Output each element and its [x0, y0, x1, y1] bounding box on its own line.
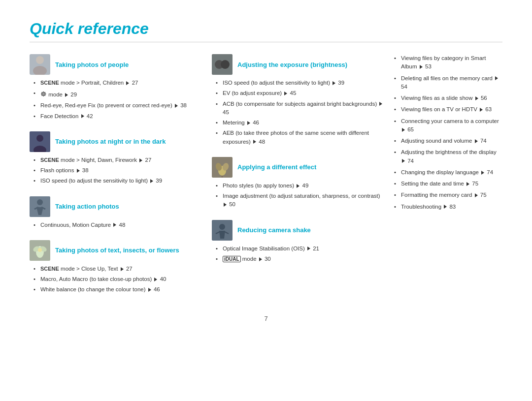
bullet-exposure-3: ACB (to compensate for subjects against …	[216, 100, 384, 117]
bullet-people-1: SCENE mode > Portrait, Children 27	[33, 79, 202, 87]
bullet-text-2: Macro, Auto Macro (to take close-up phot…	[33, 275, 202, 283]
bullets-shake: Optical Image Stabilisation (OIS) 21 iDU…	[212, 245, 384, 264]
section-title-shake: Reducing camera shake	[237, 226, 311, 234]
column-2: Adjusting the exposure (brightness) ISO …	[212, 54, 384, 305]
page-title: Quick reference	[30, 20, 502, 38]
page: Quick reference Taking photos of people …	[0, 0, 532, 337]
bullets-effect: Photo styles (to apply tones) 49 Image a…	[212, 182, 384, 209]
section-header-exposure: Adjusting the exposure (brightness)	[212, 54, 384, 75]
bullet-exposure-1: ISO speed (to adjust the sensitivity to …	[216, 79, 384, 87]
section-reducing-shake: Reducing camera shake Optical Image Stab…	[212, 220, 384, 264]
title-divider	[30, 42, 502, 42]
bullet-night-1: SCENE mode > Night, Dawn, Firework 27	[33, 156, 202, 164]
bullet-effect-1: Photo styles (to apply tones) 49	[216, 182, 384, 190]
thumb-effect	[212, 157, 233, 178]
bullet-exposure-2: EV (to adjust exposure) 45	[216, 89, 384, 97]
right-bullet-7: Adjusting the brightness of the display …	[394, 148, 502, 165]
bullet-people-2: ☸ mode 29	[33, 89, 202, 99]
thumb-action	[30, 196, 50, 217]
svg-point-0	[36, 56, 44, 64]
section-taking-photos-people: Taking photos of people SCENE mode > Por…	[30, 54, 202, 121]
bullets-text: SCENE mode > Close Up, Text 27 Macro, Au…	[30, 265, 202, 294]
section-title-action: Taking action photos	[55, 203, 119, 210]
section-applying-effect: Applying a different effect Photo styles…	[212, 157, 384, 209]
right-col-bullets: Viewing files by category in Smart Album…	[394, 54, 502, 211]
section-taking-photos-night: Taking photos at night or in the dark SC…	[30, 131, 202, 185]
section-title-effect: Applying a different effect	[237, 163, 316, 171]
thumb-flowers	[30, 240, 50, 261]
bullet-exposure-5: AEB (to take three photos of the same sc…	[216, 129, 384, 146]
thumb-shake	[212, 220, 233, 241]
right-bullet-1: Viewing files by category in Smart Album…	[394, 54, 502, 71]
bullet-night-3: ISO speed (to adjust the sensitivity to …	[33, 177, 202, 185]
svg-point-24	[219, 224, 225, 230]
thumb-night	[30, 131, 50, 152]
content-columns: Taking photos of people SCENE mode > Por…	[30, 54, 502, 305]
section-header-people: Taking photos of people	[30, 54, 202, 75]
section-header-action: Taking action photos	[30, 196, 202, 217]
bullet-exposure-4: Metering 46	[216, 119, 384, 127]
section-adjusting-exposure: Adjusting the exposure (brightness) ISO …	[212, 54, 384, 146]
bullets-exposure: ISO speed (to adjust the sensitivity to …	[212, 79, 384, 146]
svg-point-6	[37, 199, 43, 205]
section-header-night: Taking photos at night or in the dark	[30, 131, 202, 152]
svg-point-14	[38, 248, 42, 252]
right-bullet-2: Deleting all files on the memory card 54	[394, 74, 502, 92]
bullet-people-3: Red-eye, Red-eye Fix (to prevent or corr…	[33, 101, 202, 110]
column-1: Taking photos of people SCENE mode > Por…	[30, 54, 202, 305]
section-title-people: Taking photos of people	[55, 61, 129, 68]
bullet-night-2: Flash options 38	[33, 166, 202, 175]
section-taking-photos-text: Taking photos of text, insects, or flowe…	[30, 240, 202, 294]
thumb-people	[30, 54, 50, 75]
right-bullet-10: Formatting the memory card 75	[394, 191, 502, 199]
bullets-night: SCENE mode > Night, Dawn, Firework 27 Fl…	[30, 156, 202, 185]
right-bullet-9: Setting the date and time 75	[394, 180, 502, 188]
right-bullet-8: Changing the display language 74	[394, 168, 502, 177]
section-header-shake: Reducing camera shake	[212, 220, 384, 241]
section-title-exposure: Adjusting the exposure (brightness)	[237, 61, 347, 68]
bullet-shake-2: iDUAL mode 30	[216, 255, 384, 263]
bullet-text-3: White balance (to change the colour tone…	[33, 285, 202, 294]
svg-marker-25	[219, 231, 225, 239]
bullet-text-1: SCENE mode > Close Up, Text 27	[33, 265, 202, 273]
section-title-text: Taking photos of text, insects, or flowe…	[55, 247, 179, 254]
bullet-shake-1: Optical Image Stabilisation (OIS) 21	[216, 245, 384, 253]
bullet-people-4: Face Detection 42	[33, 112, 202, 121]
svg-point-3	[36, 135, 43, 142]
bullet-effect-2: Image adjustment (to adjust saturation, …	[216, 192, 384, 209]
section-title-night: Taking photos at night or in the dark	[55, 138, 166, 145]
right-bullet-3: Viewing files as a slide show 56	[394, 94, 502, 102]
bullets-action: Continuous, Motion Capture 48	[30, 221, 202, 229]
right-bullet-11: Troubleshooting 83	[394, 203, 502, 211]
section-taking-action-photos: Taking action photos Continuous, Motion …	[30, 196, 202, 229]
page-number: 7	[30, 315, 502, 322]
section-header-effect: Applying a different effect	[212, 157, 384, 178]
right-bullet-4: Viewing files on a TV or HDTV 63	[394, 105, 502, 114]
bullet-action-1: Continuous, Motion Capture 48	[33, 221, 202, 229]
right-bullet-5: Connecting your camera to a computer 65	[394, 117, 502, 134]
thumb-exposure	[212, 54, 233, 75]
svg-point-1	[33, 66, 47, 75]
section-header-text: Taking photos of text, insects, or flowe…	[30, 240, 202, 261]
right-bullet-6: Adjusting sound and volume 74	[394, 137, 502, 145]
column-3: Viewing files by category in Smart Album…	[394, 54, 502, 305]
bullets-people: SCENE mode > Portrait, Children 27 ☸ mod…	[30, 79, 202, 121]
svg-point-17	[221, 60, 230, 69]
